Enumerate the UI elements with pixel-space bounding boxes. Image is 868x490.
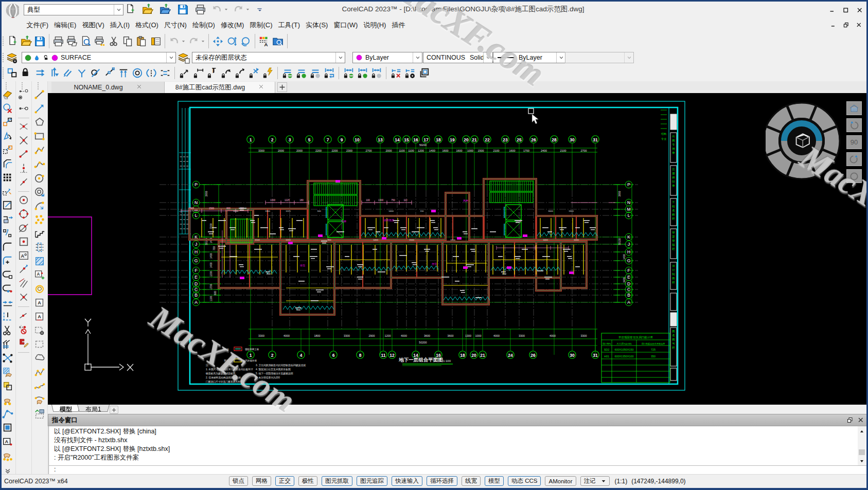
undo-dropdown[interactable] bbox=[181, 39, 187, 44]
status-toggle-5[interactable]: 图元抓取 bbox=[322, 476, 352, 486]
tool-rotate-button[interactable] bbox=[2, 130, 14, 142]
constraint-vertical-button[interactable] bbox=[47, 66, 61, 80]
status-toggle-10[interactable]: 模型 bbox=[485, 476, 504, 486]
tool-par2-button[interactable] bbox=[17, 277, 30, 289]
tool-splineedit-button[interactable] bbox=[2, 408, 14, 420]
new-layout-button[interactable] bbox=[110, 406, 118, 414]
status-toggle-3[interactable]: 正交 bbox=[275, 476, 294, 486]
constraint-swap-button[interactable] bbox=[247, 66, 261, 80]
constraint-dup-button[interactable] bbox=[417, 66, 431, 80]
new-file-button[interactable] bbox=[124, 3, 136, 15]
status-toggle-1[interactable]: 锁点 bbox=[229, 476, 248, 486]
tool-weld-button[interactable] bbox=[2, 338, 14, 351]
tool-a1-button[interactable]: A bbox=[33, 297, 46, 309]
constraint-connect-button[interactable] bbox=[102, 66, 116, 80]
menu-2[interactable]: 编辑(E) bbox=[51, 19, 79, 32]
tool-cshape-button[interactable] bbox=[2, 269, 14, 281]
print2-toolbar-button[interactable] bbox=[65, 34, 79, 48]
status-toggle-8[interactable]: 循环选择 bbox=[427, 476, 457, 486]
constraint-fix-button[interactable] bbox=[178, 66, 191, 80]
doc-tab-2[interactable]: 8#施工图cad示范图.dwg bbox=[165, 82, 275, 93]
tool-line-button[interactable] bbox=[33, 88, 46, 101]
zoomdyn-toolbar-button[interactable] bbox=[225, 34, 239, 48]
nav-90-button[interactable]: 90 bbox=[846, 135, 862, 149]
close-panel-icon[interactable] bbox=[858, 417, 864, 425]
menu-12[interactable]: 窗口(W) bbox=[331, 19, 361, 32]
doc-restore-button[interactable] bbox=[842, 21, 850, 28]
menu-1[interactable]: 文件(F) bbox=[24, 19, 51, 32]
workspace-combo[interactable]: 典型 bbox=[24, 4, 123, 15]
tool-ccenter-button[interactable] bbox=[17, 194, 30, 206]
tool-pattern-button[interactable] bbox=[2, 172, 14, 184]
constraint-show-d3-button[interactable] bbox=[369, 66, 383, 80]
doc-minimize-button[interactable] bbox=[829, 21, 837, 28]
tool-break2-button[interactable] bbox=[2, 227, 14, 240]
tool-polyline-button[interactable] bbox=[33, 144, 46, 156]
constraint-equal-button[interactable] bbox=[158, 66, 172, 80]
status-toggle-4[interactable]: 极性 bbox=[298, 476, 317, 486]
constraint-del1-button[interactable] bbox=[389, 66, 403, 80]
constraint-auto-button[interactable] bbox=[261, 66, 275, 80]
redo-more-button[interactable] bbox=[244, 3, 251, 15]
tool-sqdot-button[interactable] bbox=[17, 235, 30, 248]
tool-overlap-button[interactable] bbox=[2, 380, 14, 392]
redo-dropdown[interactable] bbox=[201, 39, 206, 44]
layer-state-combo[interactable]: 未保存的图层状态 bbox=[192, 52, 345, 63]
tool-ray-button[interactable] bbox=[33, 102, 46, 115]
command-scrollbar[interactable] bbox=[858, 426, 866, 465]
tool-rect-button[interactable] bbox=[33, 130, 46, 142]
layer-state-button[interactable] bbox=[177, 51, 190, 64]
close-button[interactable] bbox=[855, 7, 864, 14]
zoomback-toolbar-button[interactable] bbox=[239, 34, 253, 48]
color-combo[interactable]: ByLayer bbox=[352, 52, 422, 63]
chevron-down-icon[interactable] bbox=[114, 5, 123, 15]
toolbar-overflow-button[interactable] bbox=[254, 3, 266, 15]
close-icon[interactable] bbox=[136, 84, 142, 91]
tool-stretch-button[interactable] bbox=[2, 213, 14, 226]
tool-yellowshape-button[interactable] bbox=[33, 283, 46, 295]
constraint-perpendicular-button[interactable] bbox=[75, 66, 88, 80]
tool-blockgear-button[interactable] bbox=[33, 324, 46, 337]
menu-3[interactable]: 视图(V) bbox=[79, 19, 107, 32]
print-button[interactable] bbox=[194, 3, 206, 15]
tool-ptline2-button[interactable] bbox=[17, 102, 30, 115]
menu-7[interactable]: 绘制(D) bbox=[189, 19, 218, 32]
status-toggle-9[interactable]: 线宽 bbox=[462, 476, 481, 486]
tool-path2-button[interactable] bbox=[33, 380, 46, 392]
tool-hatchhand-button[interactable] bbox=[2, 366, 14, 378]
constraint-tangent-button[interactable] bbox=[88, 66, 102, 80]
constraint-show-h4-button[interactable] bbox=[322, 66, 336, 80]
tool-a2-button[interactable]: A bbox=[33, 311, 46, 323]
note-toolbar-button[interactable] bbox=[149, 34, 163, 48]
undo-button[interactable] bbox=[210, 3, 223, 15]
status-toggle-12[interactable]: AMonitor bbox=[545, 476, 576, 486]
tool-handpath-button[interactable] bbox=[33, 394, 46, 406]
nav-home-button[interactable] bbox=[846, 101, 862, 115]
preview-toolbar-button[interactable] bbox=[79, 34, 93, 48]
tool-cshape2-button[interactable] bbox=[2, 283, 14, 295]
layers-manager-button[interactable] bbox=[5, 51, 19, 64]
tool-snapx-button[interactable] bbox=[17, 120, 30, 133]
pan-toolbar-button[interactable] bbox=[211, 34, 225, 48]
constraint-link-button[interactable] bbox=[5, 66, 19, 80]
tool-path1-button[interactable] bbox=[33, 366, 46, 378]
tool-diagdot-button[interactable] bbox=[17, 176, 30, 188]
tool-region-button[interactable] bbox=[2, 422, 14, 434]
scroll-thumb[interactable] bbox=[859, 449, 865, 455]
menu-8[interactable]: 修改(M) bbox=[218, 19, 247, 32]
tool-segarrow-button[interactable] bbox=[17, 263, 30, 276]
chevron-down-icon[interactable] bbox=[556, 52, 565, 63]
tool-noentry-button[interactable] bbox=[17, 323, 30, 335]
printcfg-toolbar-button[interactable] bbox=[93, 34, 107, 48]
tool-epencil-button[interactable] bbox=[17, 337, 30, 349]
tool-cquad-button[interactable] bbox=[17, 208, 30, 220]
menu-10[interactable]: 工具(T) bbox=[275, 19, 303, 32]
command-history[interactable]: 以 [@EXTFONT2.SHX] 替换 [china]没有找到文件 - hzt… bbox=[48, 426, 858, 465]
tool-chamfer-button[interactable] bbox=[2, 255, 14, 267]
status-toggle-11[interactable]: 动态 CCS bbox=[508, 476, 541, 486]
tool-ptline-button[interactable] bbox=[17, 88, 30, 101]
tool-cloud-button[interactable] bbox=[33, 352, 46, 365]
tool-textedit-button[interactable]: A bbox=[2, 435, 14, 448]
constraint-del2-button[interactable] bbox=[403, 66, 417, 80]
chevron-down-icon[interactable] bbox=[483, 52, 492, 63]
